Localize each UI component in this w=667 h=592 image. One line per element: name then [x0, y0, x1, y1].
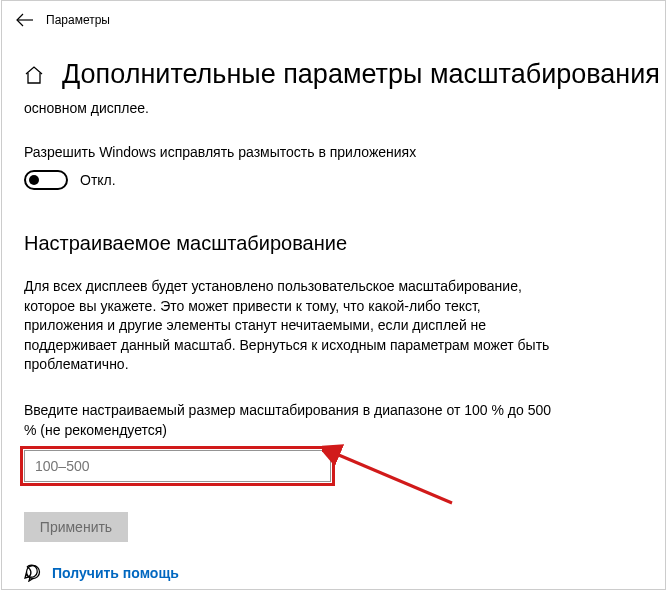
truncated-text: основном дисплее. — [24, 100, 645, 116]
app-name: Параметры — [46, 13, 110, 27]
get-help-link[interactable]: Получить помощь — [52, 565, 179, 581]
apply-button[interactable]: Применить — [24, 512, 128, 542]
back-button[interactable] — [14, 9, 36, 31]
scale-input[interactable] — [24, 450, 331, 482]
scale-input-hint: Введите настраиваемый размер масштабиров… — [24, 401, 564, 440]
toggle-state-label: Откл. — [80, 172, 116, 188]
allow-fix-label: Разрешить Windows исправлять размытость … — [24, 144, 645, 160]
home-icon[interactable] — [24, 63, 44, 87]
page-title: Дополнительные параметры масштабирования — [62, 59, 660, 90]
custom-scaling-heading: Настраиваемое масштабирование — [24, 232, 645, 255]
custom-scaling-description: Для всех дисплеев будет установлено поль… — [24, 277, 564, 375]
blur-fix-toggle[interactable] — [24, 170, 68, 190]
help-icon — [24, 564, 42, 582]
